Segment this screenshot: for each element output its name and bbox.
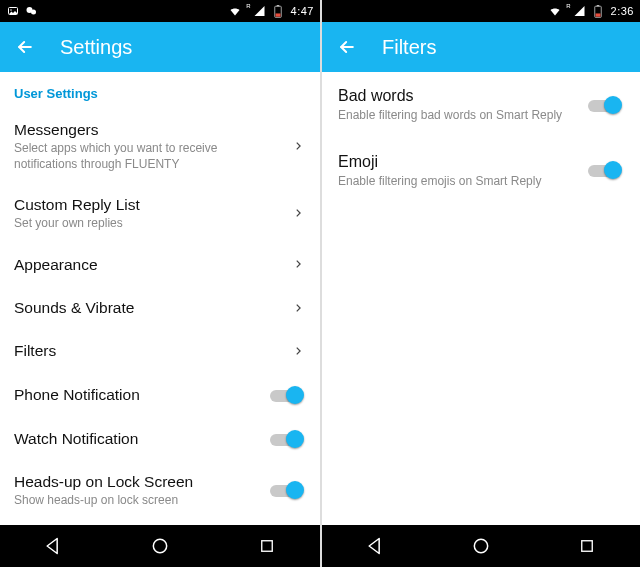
row-filters[interactable]: Filters xyxy=(0,329,320,372)
status-time: 2:36 xyxy=(611,5,634,17)
navigation-bar xyxy=(0,525,320,567)
row-title: Appearance xyxy=(14,255,280,274)
row-title: Emoji xyxy=(338,152,578,172)
chevron-right-icon xyxy=(290,343,306,359)
svg-rect-6 xyxy=(275,13,280,16)
signal-icon xyxy=(573,4,587,18)
row-title: Sounds & Vibrate xyxy=(14,298,280,317)
row-subtitle: Enable filtering bad words on Smart Repl… xyxy=(338,108,578,124)
row-subtitle: Show heads-up on lock screen xyxy=(14,493,260,509)
toggle-bad-words[interactable] xyxy=(588,95,624,115)
app-bar: Filters xyxy=(322,22,640,72)
app-bar: Settings xyxy=(0,22,320,72)
row-appearance[interactable]: Appearance xyxy=(0,243,320,286)
svg-point-3 xyxy=(31,10,36,15)
roaming-badge: R xyxy=(566,3,570,9)
row-bad-words[interactable]: Bad words Enable filtering bad words on … xyxy=(322,72,640,138)
navigation-bar xyxy=(322,525,640,567)
toggle-watch-notification[interactable] xyxy=(270,429,306,449)
toggle-emoji[interactable] xyxy=(588,160,624,180)
row-title: Bad words xyxy=(338,86,578,106)
status-bar: R 2:36 xyxy=(322,0,640,22)
svg-rect-13 xyxy=(582,541,593,552)
section-header-user-settings: User Settings xyxy=(0,72,320,109)
row-title: Filters xyxy=(14,341,280,360)
notification-image-icon xyxy=(6,4,20,18)
row-phone-notification[interactable]: Phone Notification xyxy=(0,373,320,417)
svg-rect-10 xyxy=(596,5,599,6)
toggle-heads-up-lock[interactable] xyxy=(270,480,306,500)
battery-icon xyxy=(591,4,605,18)
settings-list[interactable]: User Settings Messengers Select apps whi… xyxy=(0,72,320,525)
row-sounds-vibrate[interactable]: Sounds & Vibrate xyxy=(0,286,320,329)
row-watch-notification[interactable]: Watch Notification xyxy=(0,417,320,461)
chevron-right-icon xyxy=(290,256,306,272)
screen-settings: R 4:47 Settings User Settings Messengers xyxy=(0,0,320,567)
chevron-right-icon xyxy=(290,138,306,154)
row-subtitle: Select apps which you want to receive no… xyxy=(14,141,280,172)
row-custom-reply-list[interactable]: Custom Reply List Set your own replies xyxy=(0,184,320,243)
row-subtitle: Set your own replies xyxy=(14,216,280,232)
nav-recent-button[interactable] xyxy=(557,531,617,561)
svg-point-1 xyxy=(10,9,12,11)
row-title: Messengers xyxy=(14,120,280,139)
nav-home-button[interactable] xyxy=(451,531,511,561)
chevron-right-icon xyxy=(290,205,306,221)
row-subtitle: Enable filtering emojis on Smart Reply xyxy=(338,174,578,190)
row-messengers[interactable]: Messengers Select apps which you want to… xyxy=(0,109,320,184)
row-heads-up-lock[interactable]: Heads-up on Lock Screen Show heads-up on… xyxy=(0,461,320,520)
svg-rect-11 xyxy=(595,13,600,16)
wifi-icon xyxy=(228,4,242,18)
svg-point-7 xyxy=(153,539,166,552)
wifi-icon xyxy=(548,4,562,18)
row-title: Heads-up on Lock Screen xyxy=(14,472,260,491)
battery-icon xyxy=(271,4,285,18)
back-button[interactable] xyxy=(336,36,358,58)
page-title: Filters xyxy=(382,36,436,59)
nav-recent-button[interactable] xyxy=(237,531,297,561)
roaming-badge: R xyxy=(246,3,250,9)
svg-rect-8 xyxy=(261,541,272,552)
row-emoji[interactable]: Emoji Enable filtering emojis on Smart R… xyxy=(322,138,640,204)
chevron-right-icon xyxy=(290,300,306,316)
status-time: 4:47 xyxy=(291,5,314,17)
row-privacy-mode[interactable]: Privacy Mode Hide messages on the lock s… xyxy=(0,520,320,525)
row-title: Watch Notification xyxy=(14,429,260,448)
screen-filters: R 2:36 Filters Bad words Enable filterin xyxy=(320,0,640,567)
signal-icon xyxy=(253,4,267,18)
page-title: Settings xyxy=(60,36,132,59)
toggle-phone-notification[interactable] xyxy=(270,385,306,405)
row-title: Phone Notification xyxy=(14,385,260,404)
nav-back-button[interactable] xyxy=(23,531,83,561)
back-button[interactable] xyxy=(14,36,36,58)
svg-rect-5 xyxy=(276,5,279,6)
notification-wechat-icon xyxy=(24,4,38,18)
status-bar: R 4:47 xyxy=(0,0,320,22)
nav-home-button[interactable] xyxy=(130,531,190,561)
row-title: Custom Reply List xyxy=(14,195,280,214)
svg-point-12 xyxy=(474,539,487,552)
nav-back-button[interactable] xyxy=(345,531,405,561)
filters-list[interactable]: Bad words Enable filtering bad words on … xyxy=(322,72,640,525)
